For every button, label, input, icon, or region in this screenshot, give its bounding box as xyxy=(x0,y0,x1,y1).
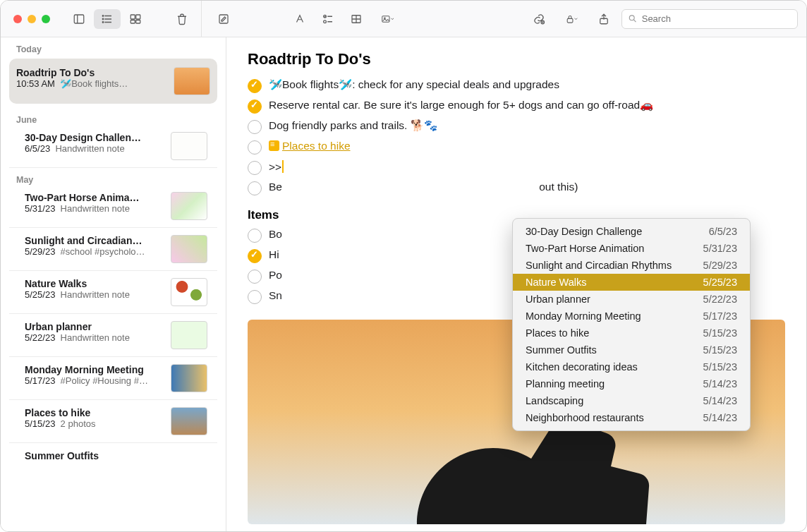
note-subtitle: 5/22/23 Handwritten note xyxy=(25,332,164,343)
window-controls xyxy=(1,15,50,23)
media-button[interactable] xyxy=(371,9,404,29)
search-input[interactable] xyxy=(642,13,791,24)
share-button[interactable] xyxy=(590,9,617,29)
note-subtitle: 10:53 AM 🛩️Book flights… xyxy=(16,78,166,89)
checklist-text: >> xyxy=(269,160,284,174)
svg-rect-10 xyxy=(131,20,135,23)
gallery-view-button[interactable] xyxy=(122,9,149,29)
close-window-button[interactable] xyxy=(13,15,22,23)
text-cursor xyxy=(282,160,284,173)
svg-point-7 xyxy=(102,21,104,23)
note-subtitle: 5/17/23 #Policy #Housing #… xyxy=(25,375,164,386)
suggestion-item[interactable]: Urban planner5/22/23 xyxy=(513,291,750,308)
note-subtitle: 5/25/23 Handwritten note xyxy=(25,289,164,300)
note-list-item[interactable]: Places to hike5/15/23 2 photos xyxy=(9,400,217,443)
note-thumbnail xyxy=(171,321,207,349)
checkbox-icon[interactable] xyxy=(248,290,262,304)
checklist-text: Bexxxxxxxxxxxxxxxxxxxxxxxxxxxxxxxxxxxxxx… xyxy=(269,181,578,193)
note-editor[interactable]: Roadtrip To Do's 🛩️Book flights🛩️: check… xyxy=(226,37,806,531)
format-text-button[interactable] xyxy=(286,9,313,29)
checklist-text: Places to hike xyxy=(269,140,351,152)
toggle-sidebar-button[interactable] xyxy=(66,9,92,29)
note-heading: Roadtrip To Do's xyxy=(226,50,806,75)
note-list-item[interactable]: Sunlight and Circadian…5/29/23 #school #… xyxy=(9,228,217,271)
suggestion-item-selected[interactable]: Nature Walks5/25/23 xyxy=(513,274,750,291)
note-title: Sunlight and Circadian… xyxy=(25,235,164,246)
checkbox-icon[interactable] xyxy=(248,249,262,263)
checklist-item[interactable]: >> xyxy=(226,157,806,178)
note-thumbnail xyxy=(171,364,207,392)
suggestion-item[interactable]: 30-Day Design Challenge6/5/23 xyxy=(513,223,750,240)
note-list-item[interactable]: Nature Walks5/25/23 Handwritten note xyxy=(9,271,217,314)
checklist-button[interactable] xyxy=(315,9,341,29)
checkbox-icon[interactable] xyxy=(248,161,262,175)
note-link[interactable]: Places to hike xyxy=(282,140,351,152)
suggestion-item[interactable]: Planning meeting5/14/23 xyxy=(513,375,750,392)
note-title: 30-Day Design Challen… xyxy=(25,132,164,143)
checklist-item[interactable]: Dog friendly parks and trails. 🐕🐾 xyxy=(226,116,806,137)
checklist-item[interactable]: Reserve rental car. Be sure it's large e… xyxy=(226,96,806,116)
delete-note-button[interactable] xyxy=(169,9,195,29)
checklist-text: Po xyxy=(269,269,282,282)
checklist-text: Bo xyxy=(269,228,282,241)
minimize-window-button[interactable] xyxy=(28,15,36,23)
search-field[interactable] xyxy=(621,9,798,29)
note-title: Monday Morning Meeting xyxy=(25,364,164,375)
note-thumbnail xyxy=(171,407,207,435)
checklist-text: 🛩️Book flights🛩️: check for any special … xyxy=(269,78,559,91)
suggestion-item[interactable]: Neighborhood restaurants5/14/23 xyxy=(513,409,750,426)
svg-point-6 xyxy=(102,18,104,20)
table-button[interactable] xyxy=(343,9,370,29)
note-list-item[interactable]: Two-Part Horse Anima…5/31/23 Handwritten… xyxy=(9,185,217,228)
checkbox-icon[interactable] xyxy=(248,140,262,155)
suggestion-item[interactable]: Kitchen decorating ideas5/15/23 xyxy=(513,358,750,375)
link-button[interactable] xyxy=(526,9,552,29)
svg-rect-20 xyxy=(382,16,389,21)
lock-button[interactable] xyxy=(557,9,586,29)
checkbox-icon[interactable] xyxy=(248,79,262,93)
note-subtitle: 5/31/23 Handwritten note xyxy=(25,203,164,214)
note-subtitle: 6/5/23 Handwritten note xyxy=(25,143,164,154)
note-list-item[interactable]: Monday Morning Meeting5/17/23 #Policy #H… xyxy=(9,357,217,400)
checkbox-icon[interactable] xyxy=(248,270,262,284)
checkbox-icon[interactable] xyxy=(248,181,262,195)
svg-rect-0 xyxy=(74,15,84,23)
svg-rect-8 xyxy=(131,15,135,19)
checklist-text: Dog friendly parks and trails. 🐕🐾 xyxy=(269,119,437,132)
search-icon xyxy=(628,13,638,24)
sidebar-section-header: May xyxy=(1,168,226,185)
note-subtitle: 5/29/23 #school #psycholo… xyxy=(25,246,164,257)
checklist-item[interactable]: Bexxxxxxxxxxxxxxxxxxxxxxxxxxxxxxxxxxxxxx… xyxy=(226,178,806,198)
suggestion-item[interactable]: Places to hike5/15/23 xyxy=(513,325,750,341)
sidebar-section-header: June xyxy=(1,108,226,125)
suggestion-item[interactable]: Two-Part Horse Animation5/31/23 xyxy=(513,240,750,257)
suggestion-item[interactable]: Landscaping5/14/23 xyxy=(513,392,750,409)
note-thumbnail xyxy=(171,278,207,306)
checkbox-icon[interactable] xyxy=(248,120,262,134)
list-view-button[interactable] xyxy=(94,9,121,29)
svg-rect-12 xyxy=(219,15,228,23)
note-link-icon xyxy=(269,140,279,151)
note-subtitle: 5/15/23 2 photos xyxy=(25,418,164,429)
svg-rect-9 xyxy=(136,15,140,19)
checklist-text: Sn xyxy=(269,289,282,302)
checkbox-icon[interactable] xyxy=(248,99,262,114)
checkbox-icon[interactable] xyxy=(248,229,262,243)
new-note-button[interactable] xyxy=(210,9,237,29)
suggestion-item[interactable]: Summer Outfits5/15/23 xyxy=(513,341,750,358)
svg-point-5 xyxy=(102,15,104,16)
note-list-item[interactable]: Roadtrip To Do's 10:53 AM 🛩️Book flights… xyxy=(9,59,217,104)
checklist-item[interactable]: 🛩️Book flights🛩️: check for any special … xyxy=(226,75,806,96)
checklist-text: Reserve rental car. Be sure it's large e… xyxy=(269,99,653,111)
note-list-item[interactable]: 30-Day Design Challen… 6/5/23 Handwritte… xyxy=(9,125,217,168)
checklist-item[interactable]: Places to hike xyxy=(226,137,806,157)
note-title: Urban planner xyxy=(25,321,164,332)
note-thumbnail xyxy=(174,67,210,95)
suggestion-item[interactable]: Monday Morning Meeting5/17/23 xyxy=(513,308,750,325)
suggestion-item[interactable]: Sunlight and Circadian Rhythms5/29/23 xyxy=(513,257,750,274)
note-list-item[interactable]: Urban planner5/22/23 Handwritten note xyxy=(9,314,217,357)
note-list-item[interactable]: Summer Outfits xyxy=(9,443,217,468)
svg-rect-11 xyxy=(136,20,140,23)
fullscreen-window-button[interactable] xyxy=(42,15,50,23)
note-title: Roadtrip To Do's xyxy=(16,67,166,78)
